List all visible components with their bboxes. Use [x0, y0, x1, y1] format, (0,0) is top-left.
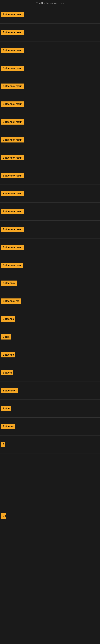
- bottleneck-badge: Bottleneck resu: [1, 263, 23, 268]
- list-item[interactable]: Bottleneck result: [0, 24, 100, 41]
- items-container: Bottleneck resultBottleneck resultBottle…: [0, 6, 100, 561]
- bottleneck-badge: Bottleneck result: [1, 12, 24, 17]
- bottleneck-badge: Bottleneck r: [1, 388, 18, 393]
- list-item[interactable]: [0, 454, 100, 471]
- list-item[interactable]: Bottleneck result: [0, 238, 100, 256]
- list-item[interactable]: Bottleneck res: [0, 292, 100, 310]
- bottleneck-badge: Bottleneck result: [1, 227, 24, 232]
- list-item[interactable]: [0, 471, 100, 489]
- list-item[interactable]: Bottleneck result: [0, 77, 100, 95]
- list-item[interactable]: Bottleneck result: [0, 131, 100, 149]
- list-item[interactable]: Bottleneck resu: [0, 256, 100, 274]
- list-item[interactable]: Bottle: [0, 400, 100, 418]
- list-item[interactable]: Bottleneck r: [0, 382, 100, 400]
- list-item[interactable]: Bottleneck result: [0, 113, 100, 131]
- bottleneck-badge: Bottlenec: [1, 352, 15, 358]
- bottleneck-badge: Bottlenec: [1, 424, 15, 429]
- bottleneck-badge: Bottleneck result: [1, 191, 24, 196]
- list-item[interactable]: Bottle: [0, 328, 100, 346]
- bottleneck-badge: Bottleneck result: [1, 137, 24, 142]
- bottleneck-badge: Bottleneck: [1, 280, 17, 286]
- list-item[interactable]: [0, 489, 100, 507]
- bottleneck-badge: Bottleneck result: [1, 84, 24, 89]
- list-item[interactable]: Bottlene: [0, 364, 100, 382]
- site-title: TheBottlenecker.com: [0, 0, 100, 6]
- list-item[interactable]: Bottleneck result: [0, 149, 100, 167]
- bottleneck-badge: Bottleneck res: [1, 298, 21, 304]
- bottleneck-badge: Bottlenec: [1, 316, 15, 322]
- list-item[interactable]: Bottleneck result: [0, 220, 100, 238]
- site-title-container: TheBottlenecker.com: [0, 0, 100, 6]
- list-item[interactable]: Bottleneck result: [0, 167, 100, 184]
- bottleneck-badge: Bottleneck result: [1, 30, 24, 35]
- list-item[interactable]: Bottlenec: [0, 310, 100, 328]
- list-item[interactable]: Bottleneck: [0, 274, 100, 292]
- list-item[interactable]: Bottleneck result: [0, 203, 100, 220]
- bottleneck-badge: Bottleneck result: [1, 245, 24, 250]
- list-item[interactable]: Bottleneck result: [0, 95, 100, 113]
- bottleneck-badge: Bottleneck result: [1, 173, 24, 178]
- bottleneck-badge: Bottleneck result: [1, 66, 24, 71]
- list-item[interactable]: Bottleneck result: [0, 6, 100, 23]
- bottleneck-badge: Bo: [1, 514, 6, 518]
- bottleneck-badge: Bottle: [1, 406, 11, 411]
- bottleneck-badge: Bottleneck result: [1, 48, 24, 53]
- list-item[interactable]: Bottlenec: [0, 418, 100, 435]
- bottleneck-badge: Bottleneck result: [1, 102, 24, 107]
- bottleneck-badge: Bottlene: [1, 370, 13, 375]
- bottleneck-badge: Bottleneck result: [1, 119, 24, 124]
- bottleneck-badge: Bottleneck result: [1, 209, 24, 214]
- list-item[interactable]: Bottlenec: [0, 346, 100, 364]
- bottleneck-badge: B: [1, 442, 5, 447]
- bottleneck-badge: Bottle: [1, 334, 11, 340]
- list-item[interactable]: [0, 525, 100, 543]
- list-item[interactable]: B: [0, 436, 100, 453]
- list-item[interactable]: Bottleneck result: [0, 42, 100, 59]
- list-item[interactable]: Bottleneck result: [0, 59, 100, 77]
- list-item[interactable]: Bottleneck result: [0, 185, 100, 202]
- list-item[interactable]: [0, 543, 100, 561]
- list-item[interactable]: Bo: [0, 507, 100, 525]
- bottleneck-badge: Bottleneck result: [1, 155, 24, 160]
